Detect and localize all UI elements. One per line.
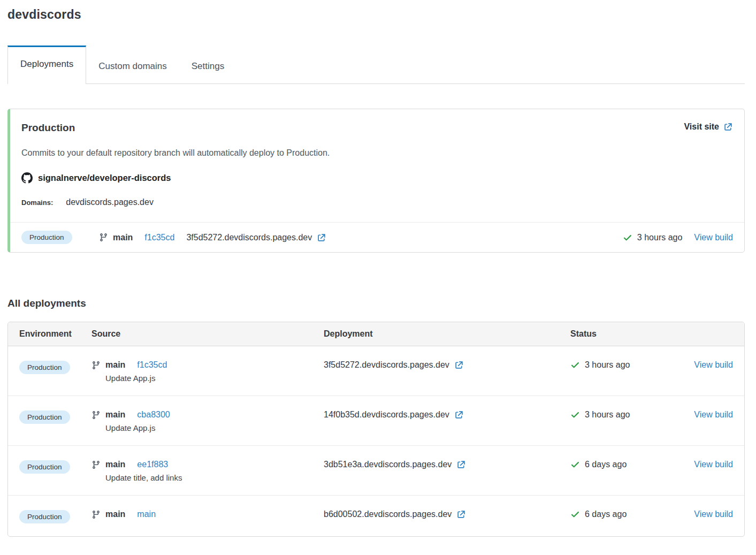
production-card-title: Production (21, 122, 75, 134)
page-title: devdiscords (7, 7, 745, 22)
column-header-source: Source (91, 329, 324, 339)
check-icon (570, 510, 580, 519)
production-card: Production Visit site Commits to your de… (7, 109, 745, 253)
git-branch-icon (99, 233, 108, 242)
domains-value: devdiscords.pages.dev (66, 197, 154, 207)
all-deployments-title: All deployments (7, 298, 745, 309)
check-icon (623, 233, 632, 242)
deployments-table-body: Production main f1c35cd Update App.js 3f… (8, 346, 744, 536)
deployments-table-header: Environment Source Deployment Status (8, 322, 744, 346)
external-link-icon[interactable] (454, 360, 464, 370)
view-build-link[interactable]: View build (694, 510, 733, 519)
environment-badge: Production (19, 510, 70, 523)
production-description: Commits to your default repository branc… (21, 148, 733, 158)
commit-link[interactable]: main (137, 510, 156, 519)
environment-badge: Production (21, 231, 72, 244)
repository-name: signalnerve/developer-discords (38, 173, 171, 183)
commit-message: Update App.js (105, 423, 324, 432)
tab-settings[interactable]: Settings (179, 48, 236, 83)
branch-name: main (113, 233, 133, 242)
pages-project-page: devdiscords Deployments Custom domains S… (0, 0, 756, 546)
deployment-url: 14f0b35d.devdiscords.pages.dev (324, 410, 449, 420)
status-time: 6 days ago (585, 510, 627, 519)
column-header-deployment: Deployment (324, 329, 570, 339)
deployment-url: 3db51e3a.devdiscords.pages.dev (324, 460, 452, 469)
external-link-icon[interactable] (456, 510, 466, 519)
visit-site-link[interactable]: Visit site (684, 122, 733, 132)
table-row: Production main ee1f883 Update title, ad… (8, 445, 744, 495)
branch-name: main (105, 410, 125, 420)
view-build-link[interactable]: View build (694, 410, 733, 419)
view-build-link[interactable]: View build (694, 460, 733, 469)
visit-site-label: Visit site (684, 122, 719, 132)
column-header-environment: Environment (19, 329, 91, 339)
tabbar: Deployments Custom domains Settings (7, 45, 745, 84)
git-branch-icon (91, 361, 101, 370)
check-icon (570, 360, 580, 370)
production-deployment-row: Production main f1c35cd 3f5d5272.devdisc… (10, 222, 744, 252)
status-time: 3 hours ago (585, 410, 630, 420)
tab-custom-domains[interactable]: Custom domains (86, 48, 179, 83)
table-row: Production main cba8300 Update App.js 14… (8, 396, 744, 445)
status-time: 3 hours ago (585, 360, 630, 370)
commit-message: Update App.js (105, 374, 324, 383)
deployments-table: Environment Source Deployment Status Pro… (7, 322, 745, 537)
branch-name: main (105, 360, 125, 370)
external-link-icon[interactable] (317, 233, 326, 242)
git-branch-icon (91, 510, 101, 519)
check-icon (570, 460, 580, 469)
environment-badge: Production (19, 460, 70, 474)
git-branch-icon (91, 460, 101, 469)
commit-link[interactable]: f1c35cd (144, 233, 174, 242)
deployment-url: 3f5d5272.devdiscords.pages.dev (186, 233, 312, 242)
status-time: 3 hours ago (637, 233, 683, 242)
git-branch-icon (91, 410, 101, 420)
commit-link[interactable]: cba8300 (137, 410, 170, 420)
branch-name: main (105, 460, 125, 469)
environment-badge: Production (19, 410, 70, 424)
branch-name: main (105, 510, 125, 519)
external-link-icon[interactable] (454, 410, 464, 420)
table-row: Production main f1c35cd Update App.js 3f… (8, 346, 744, 396)
view-build-link[interactable]: View build (694, 233, 733, 242)
domains-label: Domains: (21, 199, 53, 207)
column-header-status: Status (570, 329, 687, 339)
tab-deployments[interactable]: Deployments (7, 45, 86, 84)
deployment-url: b6d00502.devdiscords.pages.dev (324, 510, 452, 519)
deployment-url: 3f5d5272.devdiscords.pages.dev (324, 360, 449, 370)
commit-link[interactable]: f1c35cd (137, 360, 167, 370)
environment-badge: Production (19, 361, 70, 374)
view-build-link[interactable]: View build (694, 360, 733, 369)
external-link-icon[interactable] (456, 460, 466, 469)
check-icon (570, 410, 580, 420)
table-row: Production main main b6d00502.devdiscord… (8, 495, 744, 536)
status-time: 6 days ago (585, 460, 627, 469)
external-link-icon (723, 122, 733, 132)
commit-link[interactable]: ee1f883 (137, 460, 168, 469)
github-icon (21, 172, 33, 184)
commit-message: Update title, add links (105, 473, 324, 482)
